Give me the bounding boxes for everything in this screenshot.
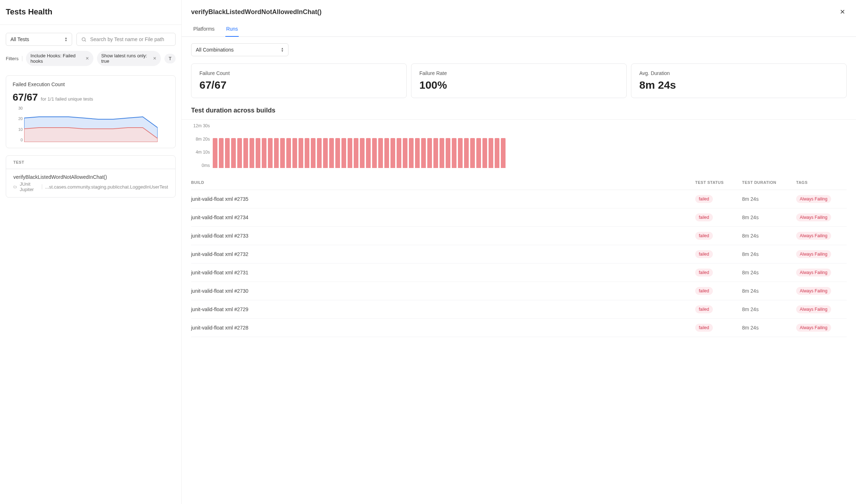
select-value: All Combinations [196,47,234,53]
runs-table: BUILD TEST STATUS TEST DURATION TAGS jun… [182,175,856,344]
duration-bar[interactable] [366,138,371,168]
stat-failure-count: Failure Count 67/67 [191,63,407,98]
stat-value: 8m 24s [639,79,838,91]
close-button[interactable]: ✕ [838,6,847,17]
card-label: Failed Execution Count [13,81,169,87]
search-input-wrapper[interactable] [76,33,176,46]
duration-bar[interactable] [341,138,346,168]
filter-chip-latest[interactable]: Show latest runs only: true ✕ [97,51,161,66]
duration-bar[interactable] [397,138,401,168]
duration-bar[interactable] [286,138,291,168]
duration-bar[interactable] [409,138,414,168]
duration-bar[interactable] [489,138,493,168]
y-tick: 30 [13,106,23,110]
page-title: Tests Health [6,7,176,17]
duration-bar[interactable] [268,138,273,168]
duration-bar[interactable] [323,138,328,168]
stat-avg-duration: Avg. Duration 8m 24s [631,63,847,98]
duration-bar[interactable] [391,138,395,168]
col-status: TEST STATUS [695,180,742,185]
duration-bar[interactable] [501,138,506,168]
svg-line-1 [85,40,86,41]
duration-bar[interactable] [262,138,266,168]
filters-row: Filters Include Hooks: Failed hooks ✕ Sh… [0,51,181,72]
duration-bar[interactable] [372,138,377,168]
y-tick: 0 [13,138,23,142]
tag-badge: Always Failing [796,195,831,203]
select-value: All Tests [10,36,29,42]
duration-bar[interactable] [433,138,438,168]
duration-bar[interactable] [213,138,217,168]
card-subtext: for 1/1 failed unique tests [41,96,93,102]
duration-bar[interactable] [384,138,389,168]
duration-bar[interactable] [464,138,469,168]
duration-bar[interactable] [250,138,254,168]
chip-label: Show latest runs only: true [101,53,151,64]
duration-bar[interactable] [299,138,303,168]
duration-bar[interactable] [219,138,224,168]
duration-bar[interactable] [482,138,487,168]
run-row[interactable]: junit-valid-float xml #2729failed8m 24sA… [191,300,847,319]
close-icon[interactable]: ✕ [85,56,89,61]
run-build: junit-valid-float xml #2732 [191,251,695,257]
duration-bar[interactable] [225,138,230,168]
stat-label: Failure Count [199,70,398,76]
tabs: Platforms Runs [182,22,856,37]
run-row[interactable]: junit-valid-float xml #2735failed8m 24sA… [191,190,847,208]
table-row[interactable]: verifyBlackListedWordNotAllowedInChat() … [6,169,175,197]
duration-chart-title: Test duration across builds [182,105,856,119]
stat-value: 67/67 [199,79,398,91]
run-row[interactable]: junit-valid-float xml #2730failed8m 24sA… [191,282,847,300]
filter-chip-partial[interactable]: T [164,54,176,63]
run-row[interactable]: junit-valid-float xml #2731failed8m 24sA… [191,264,847,282]
duration-bar[interactable] [335,138,340,168]
duration-bar[interactable] [317,138,322,168]
tag-badge: Always Failing [796,287,831,295]
duration-bar[interactable] [427,138,432,168]
status-badge: failed [695,269,713,277]
run-build: junit-valid-float xml #2728 [191,325,695,331]
combinations-select[interactable]: All Combinations ▲▼ [191,43,288,56]
run-row[interactable]: junit-valid-float xml #2732failed8m 24sA… [191,245,847,264]
duration-bar[interactable] [231,138,236,168]
duration-bar[interactable] [348,138,352,168]
run-duration: 8m 24s [742,251,796,257]
duration-bar[interactable] [243,138,248,168]
run-row[interactable]: junit-valid-float xml #2728failed8m 24sA… [191,319,847,337]
duration-bar[interactable] [495,138,499,168]
tests-scope-select[interactable]: All Tests ▲▼ [6,33,72,46]
duration-bar[interactable] [274,138,279,168]
y-tick: 10 [13,127,23,132]
duration-bar[interactable] [280,138,285,168]
run-row[interactable]: junit-valid-float xml #2734failed8m 24sA… [191,208,847,227]
duration-bar[interactable] [378,138,383,168]
duration-bar[interactable] [421,138,426,168]
duration-bar[interactable] [354,138,358,168]
duration-bar[interactable] [470,138,475,168]
duration-bar[interactable] [446,138,450,168]
duration-bar[interactable] [237,138,242,168]
duration-bar[interactable] [440,138,444,168]
tab-platforms[interactable]: Platforms [193,22,215,36]
duration-bar[interactable] [329,138,334,168]
search-input[interactable] [90,36,171,42]
duration-bar[interactable] [305,138,309,168]
duration-bar[interactable] [452,138,456,168]
tests-table-header: TEST [6,156,175,169]
run-duration: 8m 24s [742,306,796,312]
duration-bar[interactable] [311,138,316,168]
duration-bar[interactable] [458,138,463,168]
close-icon[interactable]: ✕ [153,56,156,61]
duration-bar[interactable] [256,138,260,168]
duration-bar[interactable] [360,138,365,168]
duration-bar[interactable] [292,138,297,168]
duration-bar[interactable] [476,138,481,168]
duration-bar[interactable] [415,138,420,168]
run-row[interactable]: junit-valid-float xml #2733failed8m 24sA… [191,227,847,245]
duration-bar[interactable] [403,138,407,168]
filter-chip-hooks[interactable]: Include Hooks: Failed hooks ✕ [26,51,93,66]
folder-icon [13,185,17,189]
mini-chart-svg [24,106,158,142]
y-tick: 4m 10s [191,150,210,155]
tab-runs[interactable]: Runs [225,22,239,37]
